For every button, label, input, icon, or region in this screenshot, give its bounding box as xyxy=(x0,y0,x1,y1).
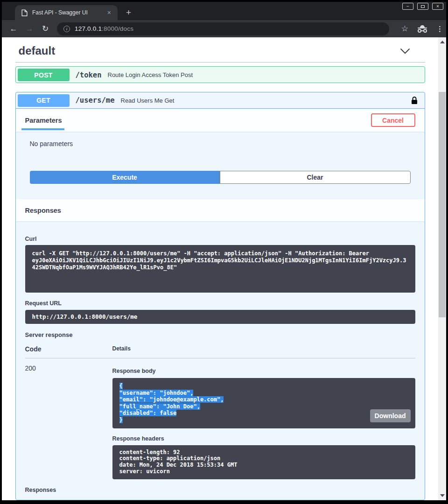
page-scrollbar[interactable] xyxy=(438,37,446,500)
browser-toolbar: ← → ↻ i 127.0.0.1:8000/docs ☆ ⋮ xyxy=(2,20,446,37)
section-header-default[interactable]: default xyxy=(15,37,425,63)
maximize-icon xyxy=(421,5,425,8)
forward-icon[interactable]: → xyxy=(21,24,37,34)
endpoint-get-users-me: GET /users/me Read Users Me Get Paramete… xyxy=(15,92,425,500)
code-column-header: Code xyxy=(25,345,112,353)
lock-icon[interactable] xyxy=(411,96,418,105)
request-url-label: Request URL xyxy=(25,300,415,307)
details-column-header: Details xyxy=(112,345,131,353)
info-icon[interactable]: i xyxy=(63,26,70,32)
new-tab-icon[interactable]: + xyxy=(126,7,131,18)
scrollbar-thumb[interactable] xyxy=(439,92,446,317)
tab-strip: Fast API - Swagger UI × + − × xyxy=(2,2,446,20)
bookmark-star-icon[interactable]: ☆ xyxy=(401,24,408,34)
curl-label: Curl xyxy=(25,236,415,242)
execute-button[interactable]: Execute xyxy=(30,171,220,184)
responses-section-header: Responses xyxy=(16,199,425,221)
response-body-block[interactable]: { "username": "johndoe", "email": "johnd… xyxy=(112,378,415,428)
window-controls: − × xyxy=(402,3,443,10)
response-headers-label: Response headers xyxy=(112,435,415,442)
window-maximize-button[interactable] xyxy=(417,3,428,10)
url-text: 127.0.0.1:8000/docs xyxy=(75,25,133,32)
scrollbar-down-icon[interactable] xyxy=(440,494,445,497)
endpoint-path: /users/me xyxy=(76,96,115,105)
browser-tab[interactable]: Fast API - Swagger UI × xyxy=(15,5,118,20)
chevron-down-icon[interactable] xyxy=(400,48,410,56)
tab-close-icon[interactable]: × xyxy=(105,9,113,16)
server-response-label: Server response xyxy=(25,331,415,338)
post-method-badge: POST xyxy=(18,69,70,81)
scrollbar-up-icon[interactable] xyxy=(440,41,445,43)
window-minimize-button[interactable]: − xyxy=(402,3,413,10)
server-response-table-header: Code Details xyxy=(25,345,415,358)
responses-title: Responses xyxy=(25,207,61,214)
request-url-value: http://127.0.0.1:8000/users/me xyxy=(25,310,415,324)
window-close-button[interactable]: × xyxy=(432,3,443,10)
document-icon xyxy=(21,9,28,16)
endpoint-path: /token xyxy=(76,71,102,79)
no-parameters-text: No parameters xyxy=(16,132,425,147)
url-bar[interactable]: i 127.0.0.1:8000/docs xyxy=(57,22,389,35)
browser-menu-icon[interactable]: ⋮ xyxy=(436,25,443,33)
response-headers-block: content-length: 92 content-type: applica… xyxy=(112,445,415,479)
clear-button[interactable]: Clear xyxy=(220,171,411,184)
endpoint-get-summary-row[interactable]: GET /users/me Read Users Me Get xyxy=(16,92,425,109)
endpoint-description: Read Users Me Get xyxy=(121,97,175,104)
minimize-icon: − xyxy=(406,4,409,9)
status-code: 200 xyxy=(25,358,112,479)
section-title: default xyxy=(19,44,56,57)
response-body-label: Response body xyxy=(112,368,415,374)
download-button[interactable]: Download xyxy=(370,409,411,422)
documented-responses-label: Responses xyxy=(25,487,415,493)
active-tab-underline xyxy=(21,128,64,130)
back-icon[interactable]: ← xyxy=(6,24,21,34)
close-icon: × xyxy=(436,4,439,9)
tab-parameters[interactable]: Parameters xyxy=(25,117,62,124)
reload-icon[interactable]: ↻ xyxy=(37,24,53,34)
endpoint-description: Route Login Access Token Post xyxy=(108,71,193,78)
tab-title: Fast API - Swagger UI xyxy=(32,9,105,16)
server-response-row: 200 Response body { "username": "johndoe… xyxy=(25,358,415,479)
endpoint-post-summary-row[interactable]: POST /token Route Login Access Token Pos… xyxy=(16,67,425,83)
parameters-section-header: Parameters Cancel xyxy=(16,109,425,132)
endpoint-post-token: POST /token Route Login Access Token Pos… xyxy=(15,66,425,83)
curl-command-block[interactable]: curl -X GET "http://127.0.0.1:8000/users… xyxy=(25,245,415,293)
incognito-icon xyxy=(418,25,427,33)
get-method-badge: GET xyxy=(18,94,70,107)
swagger-page: default POST /token Route Login Access T… xyxy=(2,37,438,500)
cancel-button[interactable]: Cancel xyxy=(371,113,415,127)
